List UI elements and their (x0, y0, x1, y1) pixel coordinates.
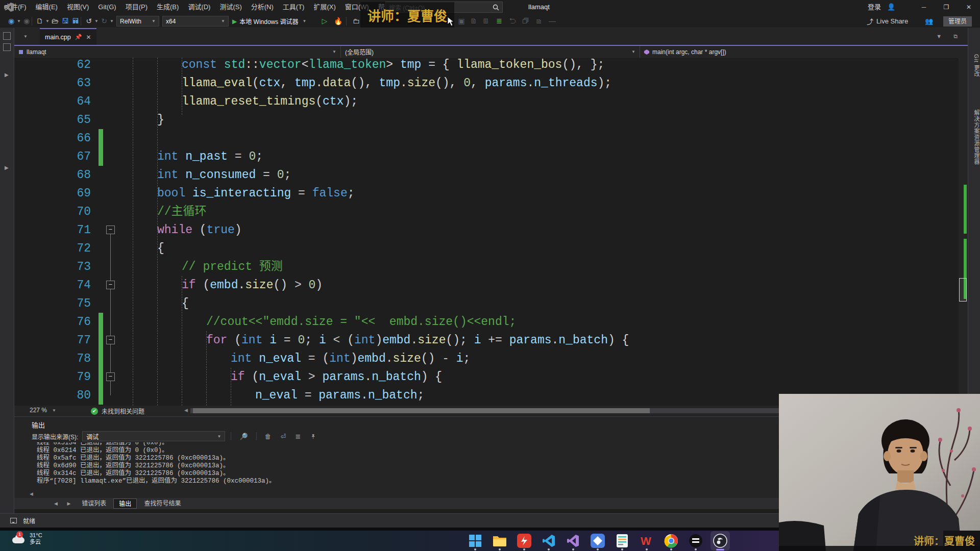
close-button[interactable]: ✕ (958, 0, 980, 14)
weather-widget[interactable]: 1 31°C 多云 (12, 532, 42, 545)
add-item-icon[interactable]: 🗀 (352, 14, 360, 28)
pin-output-icon[interactable]: 🖈 (307, 433, 319, 440)
output-source-dropdown[interactable]: 调试▼ (82, 431, 225, 441)
fold-collapse-box[interactable]: − (106, 336, 115, 344)
tool-window-icon-b[interactable] (3, 43, 11, 51)
panel-tab-0[interactable]: 错误列表 (77, 498, 111, 509)
toggle-lines-icon[interactable]: ≣ (292, 433, 303, 440)
menu-item-1[interactable]: 编辑(E) (31, 0, 62, 14)
code-line-72[interactable]: 72{ (14, 239, 959, 258)
tab-list-dropdown-icon[interactable]: ▼ (23, 34, 28, 39)
zoom-level-dropdown[interactable]: 227 %▼ (30, 407, 56, 414)
code-line-63[interactable]: 63llama_eval(ctx, tmp.data(), tmp.size()… (14, 74, 959, 92)
panel-tab-scroll-icons[interactable]: ◀ ▶ (54, 501, 75, 506)
output-log[interactable]: 线程 0x5134 已退出，返回值为 0 (0x0)。线程 0x6214 已退出… (14, 442, 780, 492)
pin-icon[interactable]: 📌 (75, 34, 82, 40)
code-line-75[interactable]: 75{ (14, 294, 959, 313)
fold-collapse-box[interactable]: − (106, 226, 115, 234)
new-file-icon[interactable]: 🗋 (36, 14, 44, 28)
navbar-symbol-dropdown[interactable]: main(int argc, char * argv[]) (640, 46, 957, 58)
code-line-68[interactable]: 68int n_consumed = 0; (14, 166, 959, 184)
start-debugging-button[interactable]: ▶ 本地 Windows 调试器 ▼ (232, 16, 307, 27)
tab-main-cpp[interactable]: main.cpp 📌 ✕ (40, 28, 96, 45)
menu-item-8[interactable]: 分析(N) (247, 0, 278, 14)
taskbar-explorer-icon[interactable] (490, 531, 509, 550)
taskbar-chrome-icon[interactable] (662, 531, 681, 550)
live-share-button[interactable]: ⤴ Live Share (867, 14, 908, 28)
menu-item-7[interactable]: 测试(S) (215, 0, 246, 14)
code-health-indicator[interactable]: ✔ 未找到相关问题 (91, 407, 144, 415)
box-a-icon[interactable]: 🗇 (522, 14, 530, 28)
panel-tab-2[interactable]: 查找符号结果 (139, 498, 186, 509)
box-b-icon[interactable]: 🗈 (535, 14, 543, 28)
taskbar-visual-studio-icon[interactable] (564, 531, 583, 550)
start-without-debugging-icon[interactable]: ▷ (321, 14, 329, 28)
code-line-62[interactable]: 62const std::vector<llama_token> tmp = {… (14, 58, 959, 74)
code-line-66[interactable]: 66 (14, 129, 959, 147)
panel-tab-1[interactable]: 输出 (113, 498, 137, 509)
fold-collapse-box[interactable]: − (106, 281, 115, 289)
menu-item-2[interactable]: 视图(V) (62, 0, 93, 14)
menu-item-6[interactable]: 调试(D) (183, 0, 215, 14)
feedback-icon[interactable]: 👥 (925, 17, 933, 25)
clear-all-icon[interactable]: 🗑 (262, 433, 274, 440)
line-list-icon[interactable]: ≣ (495, 14, 503, 28)
tab-overflow-icons[interactable]: ▼ ⧉ (936, 33, 963, 40)
expand-chevron-bottom-icon[interactable]: ▶ (5, 165, 9, 170)
editor-vertical-scrollbar[interactable] (959, 46, 968, 406)
navigate-back-icon[interactable]: ◉ (7, 14, 15, 28)
code-line-67[interactable]: 67int n_past = 0; (14, 147, 959, 166)
hot-reload-icon[interactable]: 🔥 (334, 14, 342, 28)
fold-collapse-box[interactable]: − (106, 372, 115, 381)
solution-explorer-tab[interactable]: 解决方案资源管理器 (968, 91, 980, 183)
open-file-icon[interactable]: 🗁 (51, 14, 59, 28)
redo-dropdown-icon[interactable]: ▼ (109, 14, 114, 28)
code-line-70[interactable]: 70//主循环 (14, 203, 959, 221)
find-message-icon[interactable]: 🔎 (237, 433, 250, 440)
menu-item-3[interactable]: Git(G) (93, 0, 120, 14)
navbar-scope-dropdown[interactable]: (全局范围)▼ (341, 46, 640, 58)
menu-item-4[interactable]: 项目(P) (121, 0, 152, 14)
code-line-74[interactable]: 74−if (embd.size() > 0) (14, 276, 959, 294)
minimize-button[interactable]: ─ (913, 0, 935, 14)
platform-dropdown[interactable]: x64▼ (162, 16, 229, 27)
taskbar-notes-icon[interactable] (612, 531, 632, 550)
tool-window-icon-a[interactable] (3, 32, 11, 40)
navigate-forward-icon[interactable]: ◉ (22, 14, 31, 28)
breakpoint-window-icon[interactable]: ▣ (457, 14, 465, 28)
undo-dropdown-icon[interactable]: ▼ (94, 14, 99, 28)
undo-icon[interactable]: ↺ (85, 14, 93, 28)
taskbar-app-dark-icon[interactable] (686, 531, 705, 550)
code-line-69[interactable]: 69bool is_interacting = false; (14, 184, 959, 203)
output-hscroll-arrow-icon[interactable]: ◀ (30, 491, 33, 496)
editor-horizontal-scrollbar[interactable] (190, 408, 793, 413)
redo-icon[interactable]: ↻ (100, 14, 108, 28)
wrap-icon[interactable]: ⏎ (278, 433, 289, 440)
sign-in-button[interactable]: 登录 (868, 0, 881, 14)
save-all-icon[interactable]: 🖬 (71, 14, 80, 28)
menu-item-9[interactable]: 工具(T) (278, 0, 309, 14)
git-changes-tab[interactable]: Git 更改 (968, 45, 980, 86)
account-icon[interactable]: 👤 (887, 3, 895, 11)
hscroll-left-arrow-icon[interactable]: ◀ (184, 408, 188, 413)
step-into-icon[interactable]: 🗎 (470, 14, 478, 28)
code-line-76[interactable]: 76//cout<<"emdd.size = "<< embd.size()<<… (14, 313, 959, 331)
code-line-73[interactable]: 73// predict 预测 (14, 258, 959, 276)
code-line-64[interactable]: 64llama_reset_timings(ctx); (14, 92, 959, 111)
menu-item-10[interactable]: 扩展(X) (309, 0, 340, 14)
code-line-78[interactable]: 78int n_eval = (int)embd.size() - i; (14, 349, 959, 368)
code-line-77[interactable]: 77−for (int i = 0; i < (int)embd.size();… (14, 331, 959, 349)
new-file-dropdown-icon[interactable]: ▼ (45, 14, 50, 28)
expand-chevron-top-icon[interactable]: ▶ (5, 72, 9, 78)
taskbar-start-icon[interactable] (465, 531, 485, 550)
taskbar-vscode-icon[interactable] (539, 531, 558, 550)
code-line-71[interactable]: 71−while (true) (14, 221, 959, 239)
scrollbar-viewport-indicator[interactable] (959, 278, 967, 302)
close-tab-icon[interactable]: ✕ (86, 34, 91, 41)
step-over-icon[interactable]: 🗏 (482, 14, 490, 28)
code-editor[interactable]: 62const std::vector<llama_token> tmp = {… (14, 58, 959, 406)
taskbar-app-blue-icon[interactable] (588, 531, 607, 550)
redo-alt-icon[interactable]: ⮌ (508, 14, 517, 28)
menu-item-5[interactable]: 生成(B) (152, 0, 183, 14)
taskbar-obs-icon[interactable] (710, 531, 730, 550)
